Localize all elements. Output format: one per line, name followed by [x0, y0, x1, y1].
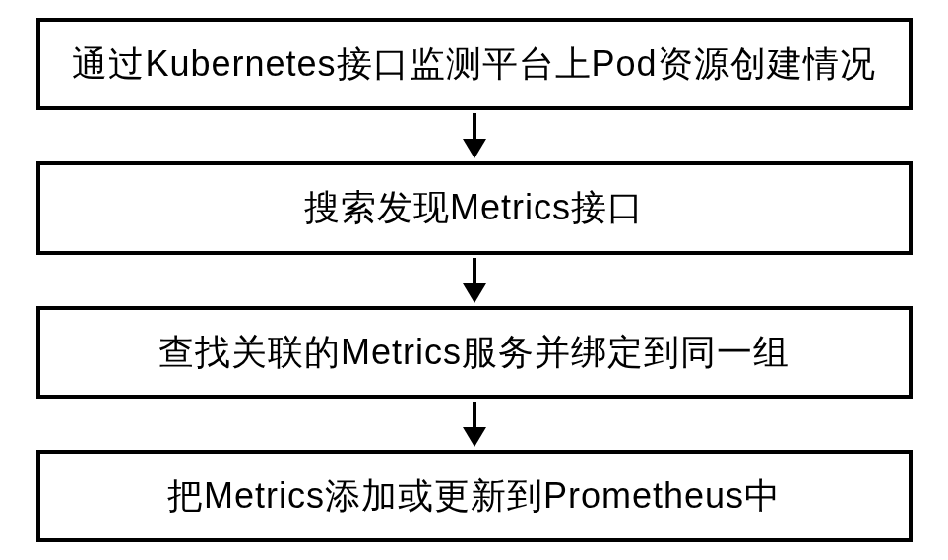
- flow-step-1-text: 通过Kubernetes接口监测平台上Pod资源创建情况: [72, 43, 875, 84]
- flow-step-2: 搜索发现Metrics接口: [36, 161, 913, 254]
- arrow-1: [463, 113, 486, 158]
- flow-step-3: 查找关联的Metrics服务并绑定到同一组: [36, 306, 913, 399]
- arrow-line-icon: [473, 113, 476, 139]
- arrow-head-icon: [463, 427, 486, 447]
- flow-step-4: 把Metrics添加或更新到Prometheus中: [36, 450, 913, 542]
- flowchart-container: 通过Kubernetes接口监测平台上Pod资源创建情况 搜索发现Metrics…: [20, 18, 928, 543]
- flow-step-2-text: 搜索发现Metrics接口: [304, 187, 644, 227]
- flow-step-3-text: 查找关联的Metrics服务并绑定到同一组: [158, 332, 790, 372]
- flow-step-4-text: 把Metrics添加或更新到Prometheus中: [167, 475, 781, 516]
- arrow-3: [463, 402, 486, 447]
- arrow-line-icon: [473, 402, 476, 427]
- flow-step-1: 通过Kubernetes接口监测平台上Pod资源创建情况: [36, 18, 913, 110]
- arrow-line-icon: [473, 258, 476, 283]
- arrow-head-icon: [463, 139, 486, 158]
- arrow-2: [463, 258, 486, 303]
- arrow-head-icon: [463, 283, 486, 303]
